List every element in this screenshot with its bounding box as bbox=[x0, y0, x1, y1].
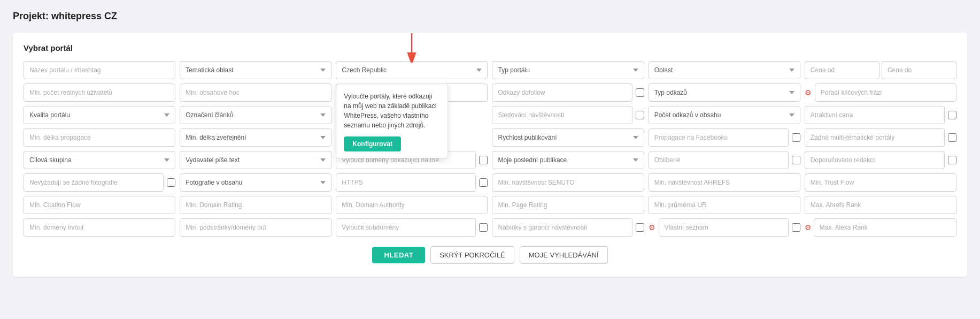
recommended-cell bbox=[805, 151, 956, 169]
traffic-tracking-cell bbox=[492, 106, 644, 124]
area-select[interactable]: Oblast bbox=[649, 61, 800, 79]
links-in-content-select[interactable]: Počet odkazů v obsahu bbox=[649, 106, 800, 124]
country-select[interactable]: Czech Republic bbox=[336, 61, 488, 79]
min-users-input[interactable] bbox=[24, 83, 175, 102]
min-subpages-input[interactable] bbox=[180, 218, 331, 237]
article-label-select[interactable]: Označení článků bbox=[180, 106, 331, 124]
exclude-subdomains-checkbox[interactable] bbox=[479, 223, 488, 232]
thematic-area-cell: Tematická oblast bbox=[180, 61, 331, 79]
max-alexa-cell: ⚙ bbox=[805, 218, 956, 237]
no-multi-input[interactable] bbox=[805, 128, 945, 147]
max-ahrefs-rank-cell bbox=[805, 196, 956, 214]
min-citation-input[interactable] bbox=[24, 196, 175, 214]
no-photos-input[interactable] bbox=[24, 173, 164, 192]
last-publication-select[interactable]: Moje poslední publikace bbox=[492, 151, 644, 169]
no-multi-cell bbox=[805, 128, 956, 147]
thematic-area-select[interactable]: Tematická oblast bbox=[180, 61, 331, 79]
min-content-input[interactable] bbox=[180, 83, 331, 102]
guaranteed-traffic-checkbox[interactable] bbox=[636, 223, 644, 232]
min-domain-authority-input[interactable] bbox=[336, 196, 488, 214]
min-citation-cell bbox=[24, 196, 175, 214]
https-checkbox[interactable] bbox=[479, 178, 488, 187]
traffic-tracking-input[interactable] bbox=[492, 106, 632, 124]
country-popover: Vyloučte portály, které odkazují na můj … bbox=[336, 83, 448, 158]
min-content-cell bbox=[180, 83, 331, 102]
min-senuto-input[interactable] bbox=[492, 173, 644, 192]
portal-quality-select[interactable]: Kvalita portálu bbox=[24, 106, 175, 124]
keyword-order-input[interactable] bbox=[815, 83, 956, 102]
hide-advanced-button[interactable]: SKRÝT POKROČILÉ bbox=[430, 246, 514, 264]
min-domain-rating-cell bbox=[180, 196, 331, 214]
publication-speed-cell: Rychlost publikování bbox=[492, 128, 644, 147]
portal-type-select[interactable]: Typ portálu bbox=[492, 61, 644, 79]
attractive-price-checkbox[interactable] bbox=[948, 111, 956, 119]
recommended-input[interactable] bbox=[805, 151, 945, 169]
max-alexa-input[interactable] bbox=[814, 218, 956, 237]
min-page-rating-cell bbox=[492, 196, 644, 214]
min-domain-authority-cell bbox=[336, 196, 488, 214]
no-photos-cell bbox=[24, 173, 175, 192]
target-group-select[interactable]: Cílová skupina bbox=[24, 151, 175, 169]
min-ahrefs-cell bbox=[649, 173, 800, 192]
min-page-rating-input[interactable] bbox=[492, 196, 644, 214]
area-cell: Oblast bbox=[649, 61, 800, 79]
attractive-price-cell bbox=[805, 106, 956, 124]
portal-name-input[interactable] bbox=[24, 61, 175, 79]
favorites-cell bbox=[649, 151, 800, 169]
max-ahrefs-rank-input[interactable] bbox=[805, 196, 956, 214]
custom-list-cell: ⚙ bbox=[649, 218, 800, 237]
min-senuto-cell bbox=[492, 173, 644, 192]
exclude-subdomains-input[interactable] bbox=[336, 218, 476, 237]
min-users-cell bbox=[24, 83, 175, 102]
link-type-select[interactable]: Typ odkazů bbox=[649, 83, 800, 102]
exclude-domains-checkbox[interactable] bbox=[479, 156, 488, 164]
portal-quality-cell: Kvalita portálu bbox=[24, 106, 175, 124]
recommended-checkbox[interactable] bbox=[948, 156, 956, 164]
https-cell bbox=[336, 173, 488, 192]
publisher-writes-select[interactable]: Vydavatel píše text bbox=[180, 151, 331, 169]
dofollow-input[interactable] bbox=[492, 83, 632, 102]
min-trust-flow-cell bbox=[805, 173, 956, 192]
link-type-cell: Typ odkazů bbox=[649, 83, 800, 102]
min-trust-flow-input[interactable] bbox=[805, 173, 956, 192]
guaranteed-traffic-input[interactable] bbox=[492, 218, 632, 237]
keyword-order-cell: ⚙ bbox=[805, 83, 956, 102]
configure-button[interactable]: Konfigurovat bbox=[344, 136, 401, 151]
warning-icon-3: ⚙ bbox=[805, 223, 812, 232]
price-from-input[interactable] bbox=[805, 61, 879, 79]
no-photos-checkbox[interactable] bbox=[167, 178, 175, 187]
min-domains-input[interactable] bbox=[24, 218, 175, 237]
min-domain-rating-input[interactable] bbox=[180, 196, 331, 214]
page-title: Projekt: whitepress CZ bbox=[13, 11, 967, 22]
attractive-price-input[interactable] bbox=[805, 106, 945, 124]
price-to-input[interactable] bbox=[882, 61, 956, 79]
facebook-promo-cell bbox=[649, 128, 800, 147]
min-ahrefs-input[interactable] bbox=[649, 173, 800, 192]
section-title: Vybrat portál bbox=[24, 43, 956, 52]
portal-name-cell bbox=[24, 61, 175, 79]
traffic-tracking-checkbox[interactable] bbox=[636, 111, 644, 119]
no-multi-checkbox[interactable] bbox=[948, 133, 956, 142]
dofollow-checkbox[interactable] bbox=[636, 88, 644, 97]
custom-list-checkbox[interactable] bbox=[792, 223, 800, 232]
guaranteed-traffic-cell bbox=[492, 218, 644, 237]
facebook-promo-input[interactable] bbox=[649, 128, 789, 147]
publication-length-select[interactable]: Min. délka zveřejnění bbox=[180, 128, 331, 147]
my-search-button[interactable]: MOJE VYHLEDÁVÁNÍ bbox=[520, 246, 608, 264]
favorites-checkbox[interactable] bbox=[792, 156, 800, 164]
min-subpages-cell bbox=[180, 218, 331, 237]
propagation-length-input[interactable] bbox=[24, 128, 175, 147]
publication-speed-select[interactable]: Rychlost publikování bbox=[492, 128, 644, 147]
bottom-bar: HLEDAT SKRÝT POKROČILÉ MOJE VYHLEDÁVÁNÍ bbox=[24, 246, 956, 264]
photos-content-select[interactable]: Fotografie v obsahu bbox=[180, 173, 331, 192]
favorites-input[interactable] bbox=[649, 151, 789, 169]
https-input[interactable] bbox=[336, 173, 476, 192]
search-button[interactable]: HLEDAT bbox=[372, 247, 425, 263]
custom-list-input[interactable] bbox=[659, 218, 789, 237]
facebook-promo-checkbox[interactable] bbox=[792, 133, 800, 142]
min-avg-ur-input[interactable] bbox=[649, 196, 800, 214]
publisher-writes-cell: Vydavatel píše text bbox=[180, 151, 331, 169]
warning-icon: ⚙ bbox=[805, 88, 812, 97]
min-domains-cell bbox=[24, 218, 175, 237]
arrow-indicator bbox=[404, 33, 420, 63]
